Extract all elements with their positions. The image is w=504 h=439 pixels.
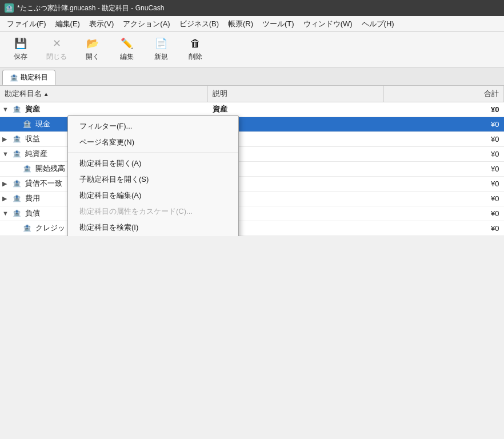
context-menu: フィルター(F)...ページ名変更(N)勘定科目を開く(A)子勘定科目を開く(S… [67, 115, 239, 236]
ctx-open-account[interactable]: 勘定科目を開く(A) [68, 155, 238, 171]
account-name: 開始残高 [35, 164, 65, 173]
ctx-label: 勘定科目を編集(A) [79, 190, 141, 201]
menu-bar: ファイル(F)編集(E)表示(V)アクション(A)ビジネス(B)帳票(R)ツール… [0, 16, 504, 32]
expand-icon[interactable]: ▼ [2, 210, 10, 217]
account-total: ¥0 [384, 221, 504, 236]
open-icon: 📂 [86, 37, 99, 50]
ctx-label: 子勘定科目を開く(S) [79, 174, 149, 185]
menu-item-w[interactable]: ウィンドウ(W) [299, 17, 357, 31]
expand-icon[interactable]: ▶ [2, 180, 10, 187]
expand-icon[interactable]: ▶ [2, 195, 10, 202]
account-icon: 🏦 [13, 209, 21, 217]
account-icon: 🏦 [23, 165, 31, 173]
account-total: ¥0 [384, 117, 504, 131]
menu-item-r[interactable]: 帳票(R) [223, 17, 258, 31]
delete-label: 削除 [189, 52, 202, 62]
ctx-rename-page[interactable]: ページ名変更(N) [68, 134, 238, 150]
edit-button[interactable]: ✏️ 編集 [111, 35, 143, 65]
account-name: 資産 [25, 105, 40, 113]
ctx-separator [68, 153, 238, 153]
expand-icon[interactable]: ▼ [2, 106, 10, 113]
account-total: ¥0 [384, 102, 504, 117]
account-icon: 🏦 [13, 135, 21, 143]
ctx-edit-account[interactable]: 勘定科目を編集(A) [68, 187, 238, 203]
close-button: ✕ 閉じる [39, 35, 74, 65]
account-total: ¥0 [384, 131, 504, 146]
ctx-label: ページ名変更(N) [79, 137, 134, 147]
account-description: 資産 [208, 102, 384, 117]
tab-icon: 🏦 [10, 74, 18, 82]
save-button[interactable]: 💾 保存 [5, 35, 37, 65]
tab-label: 勘定科目 [21, 73, 48, 82]
edit-label: 編集 [120, 52, 134, 62]
delete-icon: 🗑 [189, 38, 202, 50]
account-name: 純資産 [25, 149, 47, 158]
account-icon: 🏦 [13, 150, 21, 158]
account-icon: 🏦 [13, 194, 21, 202]
account-total: ¥0 [384, 206, 504, 221]
account-name: 負債 [25, 209, 40, 217]
header-name[interactable]: 勘定科目名 [0, 86, 208, 102]
close-icon: ✕ [50, 37, 63, 50]
app-icon: 🏦 [5, 3, 14, 13]
account-total: ¥0 [384, 176, 504, 191]
main-content: 勘定科目名 説明 合計 ▼ 🏦 資産 資産 ¥0 🏦 現金 ¥0 ▶ 🏦 収益 … [0, 86, 504, 236]
account-name: 収益 [25, 134, 40, 143]
new-label: 新規 [154, 52, 168, 62]
ctx-label: 勘定科目を開く(A) [79, 158, 141, 169]
save-icon: 💾 [14, 37, 27, 50]
account-name: 現金 [35, 119, 50, 128]
table-header-row: 勘定科目名 説明 合計 [0, 86, 504, 102]
table-row[interactable]: ▼ 🏦 資産 資産 ¥0 [0, 102, 504, 117]
header-total[interactable]: 合計 [384, 86, 504, 102]
menu-item-e[interactable]: 編集(E) [51, 17, 85, 31]
tab-bar: 🏦 勘定科目 [0, 67, 504, 86]
account-name: 貸借不一致 [25, 179, 62, 187]
open-label: 開く [86, 52, 99, 62]
save-label: 保存 [14, 52, 27, 62]
account-total: ¥0 [384, 146, 504, 161]
title-bar: 🏦 *たこぶつ家計簿.gnucash - 勘定科目 - GnuCash [0, 0, 504, 16]
ctx-open-sub[interactable]: 子勘定科目を開く(S) [68, 171, 238, 187]
account-name: 費用 [25, 194, 40, 202]
ctx-label: 勘定科目の属性をカスケード(C)... [79, 206, 193, 217]
account-icon: 🏦 [13, 179, 21, 187]
menu-item-b[interactable]: ビジネス(B) [175, 17, 223, 31]
account-total: ¥0 [384, 191, 504, 206]
expand-icon[interactable]: ▼ [2, 150, 10, 157]
close-label: 閉じる [46, 52, 67, 62]
ctx-label: フィルター(F)... [79, 121, 132, 131]
expand-icon[interactable]: ▶ [2, 135, 10, 143]
edit-icon: ✏️ [120, 37, 134, 50]
tab-accounts[interactable]: 🏦 勘定科目 [2, 70, 55, 85]
header-description[interactable]: 説明 [208, 86, 384, 102]
ctx-cascade: 勘定科目の属性をカスケード(C)... [68, 203, 238, 220]
account-icon: 🏦 [23, 120, 31, 128]
delete-button[interactable]: 🗑 削除 [179, 35, 211, 65]
ctx-filter[interactable]: フィルター(F)... [68, 118, 238, 134]
ctx-search[interactable]: 勘定科目を検索(I) [68, 220, 238, 236]
toolbar: 💾 保存 ✕ 閉じる 📂 開く ✏️ 編集 📄 新規 🗑 削除 [0, 32, 504, 67]
window-title: *たこぶつ家計簿.gnucash - 勘定科目 - GnuCash [17, 3, 164, 13]
ctx-label: 勘定科目を検索(I) [79, 222, 138, 233]
menu-item-f[interactable]: ファイル(F) [2, 17, 51, 31]
open-button[interactable]: 📂 開く [77, 35, 109, 65]
menu-item-v[interactable]: 表示(V) [85, 17, 118, 31]
menu-item-t[interactable]: ツール(T) [258, 17, 299, 31]
new-icon: 📄 [154, 37, 168, 50]
menu-item-a[interactable]: アクション(A) [118, 17, 174, 31]
account-total: ¥0 [384, 161, 504, 176]
new-button[interactable]: 📄 新規 [145, 35, 177, 65]
account-icon: 🏦 [23, 224, 31, 232]
menu-item-h[interactable]: ヘルプ(H) [357, 17, 399, 31]
account-icon: 🏦 [13, 105, 21, 113]
